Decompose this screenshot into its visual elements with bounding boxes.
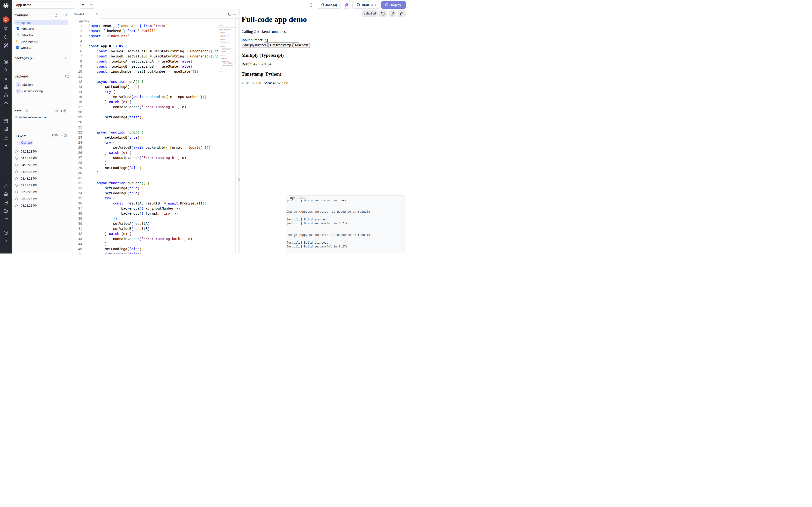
svg-text:TS: TS [17,47,19,48]
svg-text:3: 3 [17,28,18,30]
